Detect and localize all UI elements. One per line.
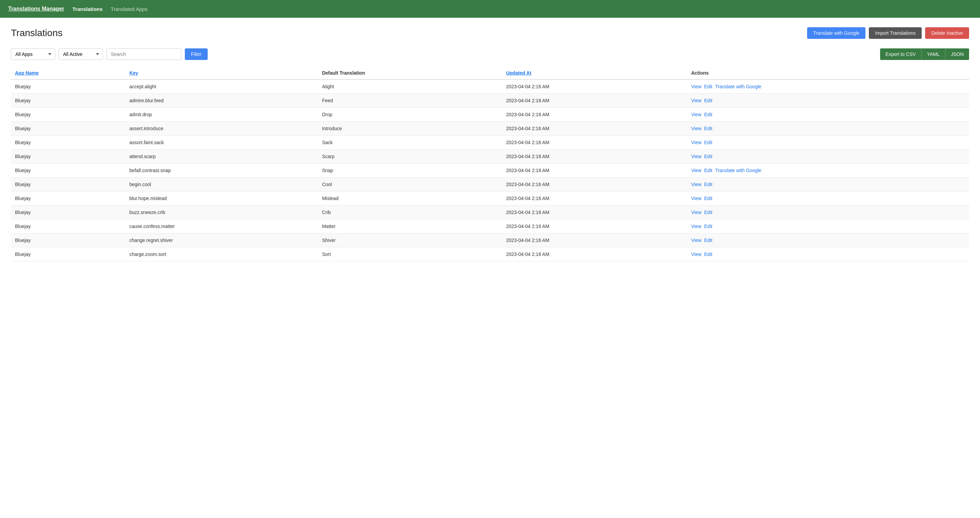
actions-cell: ViewEdit <box>691 154 965 159</box>
view-link[interactable]: View <box>691 168 702 173</box>
table-row: Bluejayblur.hope.misleadMislead2023-04-0… <box>11 192 969 205</box>
cell-actions: ViewEdit <box>687 248 969 261</box>
edit-link[interactable]: Edit <box>704 112 712 117</box>
cell-updated: 2023-04-04 2:16 AM <box>502 234 687 248</box>
view-link[interactable]: View <box>691 126 702 131</box>
nav-link-translations[interactable]: Translations <box>73 6 103 12</box>
actions-cell: ViewEdit <box>691 98 965 103</box>
app-filter-select[interactable]: All Apps <box>11 48 55 60</box>
cell-key: buzz.sneeze.crib <box>125 205 318 219</box>
cell-updated: 2023-04-04 2:16 AM <box>502 79 687 94</box>
filter-button[interactable]: Filter <box>185 48 208 60</box>
view-link[interactable]: View <box>691 182 702 187</box>
cell-key: blur.hope.mislead <box>125 192 318 205</box>
nav-brand[interactable]: Translations Manager <box>8 6 64 12</box>
cell-translation: Cool <box>318 178 502 192</box>
col-actions: Actions <box>687 67 969 79</box>
view-link[interactable]: View <box>691 84 702 89</box>
table-row: Bluejayadmit.dropDrop2023-04-04 2:16 AMV… <box>11 108 969 122</box>
search-input[interactable] <box>107 48 181 60</box>
cell-actions: ViewEditTranslate with Google <box>687 79 969 94</box>
cell-actions: ViewEdit <box>687 205 969 219</box>
cell-actions: ViewEdit <box>687 122 969 136</box>
cell-translation: Mislead <box>318 192 502 205</box>
edit-link[interactable]: Edit <box>704 98 712 103</box>
col-default-translation: Default Translation <box>318 67 502 79</box>
cell-key: change.regret.shiver <box>125 234 318 248</box>
actions-cell: ViewEditTranslate with Google <box>691 168 965 173</box>
cell-actions: ViewEditTranslate with Google <box>687 164 969 178</box>
view-link[interactable]: View <box>691 251 702 257</box>
cell-translation: Feed <box>318 94 502 108</box>
export-yaml-button[interactable]: YAML <box>922 48 945 60</box>
cell-app: Bluejay <box>11 234 125 248</box>
export-json-button[interactable]: JSON <box>945 48 969 60</box>
cell-updated: 2023-04-04 2:16 AM <box>502 178 687 192</box>
cell-key: admit.drop <box>125 108 318 122</box>
edit-link[interactable]: Edit <box>704 154 712 159</box>
view-link[interactable]: View <box>691 154 702 159</box>
export-csv-button[interactable]: Export to CSV <box>880 48 922 60</box>
col-app-name[interactable]: App Name <box>11 67 125 79</box>
col-key[interactable]: Key <box>125 67 318 79</box>
view-link[interactable]: View <box>691 98 702 103</box>
edit-link[interactable]: Edit <box>704 251 712 257</box>
cell-updated: 2023-04-04 2:16 AM <box>502 149 687 164</box>
cell-key: admire.blur.feed <box>125 94 318 108</box>
translate-google-row-link[interactable]: Translate with Google <box>715 84 761 89</box>
cell-app: Bluejay <box>11 205 125 219</box>
actions-cell: ViewEdit <box>691 140 965 145</box>
cell-actions: ViewEdit <box>687 192 969 205</box>
cell-translation: Drop <box>318 108 502 122</box>
edit-link[interactable]: Edit <box>704 84 712 89</box>
actions-cell: ViewEdit <box>691 182 965 187</box>
cell-translation: Crib <box>318 205 502 219</box>
cell-updated: 2023-04-04 2:16 AM <box>502 108 687 122</box>
view-link[interactable]: View <box>691 195 702 201</box>
edit-link[interactable]: Edit <box>704 168 712 173</box>
cell-updated: 2023-04-04 2:16 AM <box>502 164 687 178</box>
cell-translation: Alight <box>318 79 502 94</box>
table-row: Bluejaybefall.contrast.snapSnap2023-04-0… <box>11 164 969 178</box>
col-updated-at[interactable]: Updated At <box>502 67 687 79</box>
cell-app: Bluejay <box>11 108 125 122</box>
cell-app: Bluejay <box>11 136 125 149</box>
delete-inactive-button[interactable]: Delete Inactive <box>925 27 969 39</box>
cell-app: Bluejay <box>11 122 125 136</box>
active-filter-select[interactable]: All Active <box>59 48 103 60</box>
actions-cell: ViewEdit <box>691 195 965 201</box>
cell-app: Bluejay <box>11 248 125 261</box>
view-link[interactable]: View <box>691 210 702 215</box>
edit-link[interactable]: Edit <box>704 126 712 131</box>
cell-actions: ViewEdit <box>687 136 969 149</box>
cell-key: cause.confess.matter <box>125 219 318 234</box>
cell-translation: Snap <box>318 164 502 178</box>
edit-link[interactable]: Edit <box>704 224 712 229</box>
edit-link[interactable]: Edit <box>704 238 712 243</box>
table-row: Bluejaybegin.coolCool2023-04-04 2:16 AMV… <box>11 178 969 192</box>
cell-translation: Matter <box>318 219 502 234</box>
translate-google-button[interactable]: Translate with Google <box>807 27 866 39</box>
cell-app: Bluejay <box>11 94 125 108</box>
edit-link[interactable]: Edit <box>704 195 712 201</box>
edit-link[interactable]: Edit <box>704 182 712 187</box>
cell-translation: Sack <box>318 136 502 149</box>
cell-actions: ViewEdit <box>687 178 969 192</box>
view-link[interactable]: View <box>691 238 702 243</box>
actions-cell: ViewEdit <box>691 224 965 229</box>
view-link[interactable]: View <box>691 224 702 229</box>
translate-google-row-link[interactable]: Translate with Google <box>715 168 761 173</box>
cell-key: assort.faint.sack <box>125 136 318 149</box>
view-link[interactable]: View <box>691 112 702 117</box>
cell-translation: Shiver <box>318 234 502 248</box>
actions-cell: ViewEdit <box>691 112 965 117</box>
cell-app: Bluejay <box>11 192 125 205</box>
edit-link[interactable]: Edit <box>704 140 712 145</box>
import-translations-button[interactable]: Import Translations <box>869 27 922 39</box>
header-actions: Translate with Google Import Translation… <box>807 27 969 39</box>
actions-cell: ViewEdit <box>691 126 965 131</box>
edit-link[interactable]: Edit <box>704 210 712 215</box>
view-link[interactable]: View <box>691 140 702 145</box>
nav-link-translated-apps[interactable]: Translated Apps <box>111 6 148 12</box>
table-row: Bluejayaccept.alightAlight2023-04-04 2:1… <box>11 79 969 94</box>
